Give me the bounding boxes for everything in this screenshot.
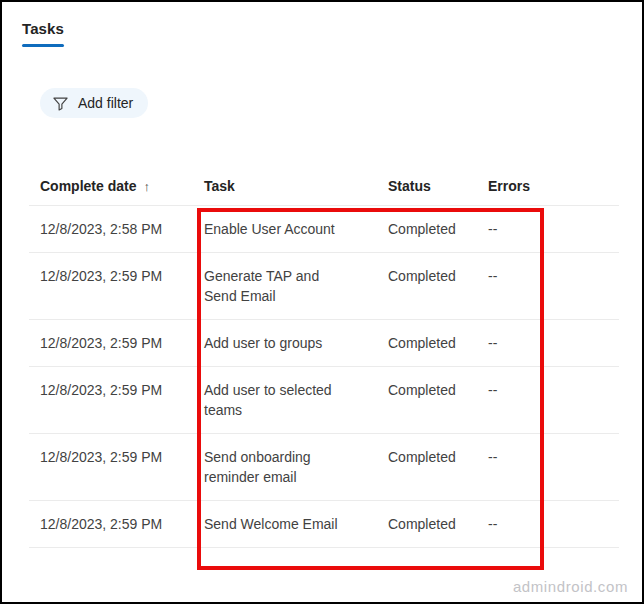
filter-funnel-icon [52, 95, 69, 112]
cell-errors: -- [477, 380, 619, 420]
column-header-complete-date[interactable]: Complete date↑ [29, 178, 193, 194]
cell-complete-date: 12/8/2023, 2:59 PM [29, 266, 193, 306]
cell-task: Send onboarding reminder email [193, 447, 377, 487]
table-header-row: Complete date↑ Task Status Errors [29, 158, 619, 205]
cell-errors: -- [477, 514, 619, 534]
cell-status: Completed [377, 380, 477, 420]
cell-status: Completed [377, 219, 477, 239]
table-row[interactable]: 12/8/2023, 2:59 PM Add user to groups Co… [29, 319, 619, 366]
watermark-text: admindroid.com [513, 578, 628, 595]
tab-active-indicator [22, 44, 64, 47]
column-header-status[interactable]: Status [377, 178, 477, 194]
cell-complete-date: 12/8/2023, 2:59 PM [29, 380, 193, 420]
cell-task: Add user to groups [193, 333, 377, 353]
cell-errors: -- [477, 219, 619, 239]
cell-errors: -- [477, 333, 619, 353]
cell-complete-date: 12/8/2023, 2:58 PM [29, 219, 193, 239]
table-row[interactable]: 12/8/2023, 2:59 PM Send onboarding remin… [29, 433, 619, 500]
filter-bar: Add filter [40, 88, 642, 118]
cell-complete-date: 12/8/2023, 2:59 PM [29, 333, 193, 353]
cell-task: Add user to selected teams [193, 380, 377, 420]
table-row[interactable]: 12/8/2023, 2:59 PM Add user to selected … [29, 366, 619, 433]
cell-status: Completed [377, 514, 477, 534]
cell-task: Generate TAP and Send Email [193, 266, 377, 306]
table-row[interactable]: 12/8/2023, 2:59 PM Generate TAP and Send… [29, 252, 619, 319]
tasks-panel: { "tab": { "label": "Tasks" }, "filter":… [0, 0, 644, 604]
tab-tasks-label: Tasks [22, 20, 64, 37]
column-header-errors[interactable]: Errors [477, 178, 619, 194]
cell-task: Enable User Account [193, 219, 377, 239]
cell-errors: -- [477, 447, 619, 487]
add-filter-button[interactable]: Add filter [40, 88, 148, 118]
cell-complete-date: 12/8/2023, 2:59 PM [29, 514, 193, 534]
tasks-table: Complete date↑ Task Status Errors 12/8/2… [29, 158, 619, 548]
column-header-task[interactable]: Task [193, 178, 377, 194]
cell-status: Completed [377, 447, 477, 487]
add-filter-label: Add filter [78, 95, 133, 111]
cell-status: Completed [377, 266, 477, 306]
table-row[interactable]: 12/8/2023, 2:59 PM Send Welcome Email Co… [29, 500, 619, 548]
cell-task: Send Welcome Email [193, 514, 377, 534]
tab-tasks[interactable]: Tasks [22, 20, 64, 47]
tab-bar: Tasks [2, 2, 642, 47]
table-row[interactable]: 12/8/2023, 2:58 PM Enable User Account C… [29, 205, 619, 252]
cell-status: Completed [377, 333, 477, 353]
cell-complete-date: 12/8/2023, 2:59 PM [29, 447, 193, 487]
sort-ascending-icon: ↑ [143, 179, 150, 194]
cell-errors: -- [477, 266, 619, 306]
